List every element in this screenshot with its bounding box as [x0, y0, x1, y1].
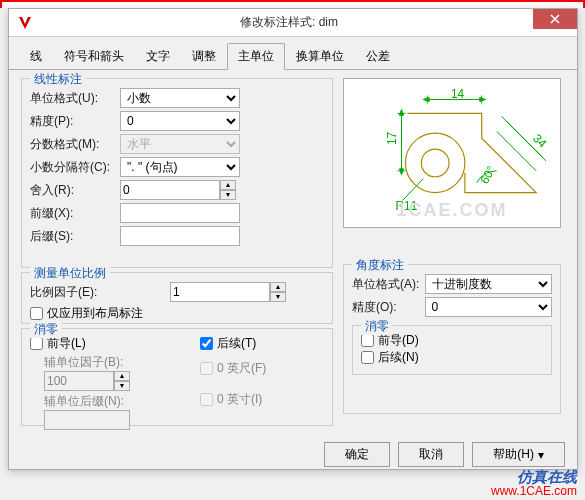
preview-pane: 14 17 34 60° R11 [343, 78, 561, 228]
spin-up-icon[interactable]: ▲ [270, 282, 286, 292]
fraction-format-label: 分数格式(M): [30, 136, 120, 153]
sub-factor-label: 辅单位因子(B): [44, 354, 170, 371]
chevron-down-icon: ▾ [538, 448, 544, 462]
tab-tolerances[interactable]: 公差 [355, 43, 401, 69]
ok-button[interactable]: 确定 [324, 442, 390, 467]
svg-text:R11: R11 [396, 199, 418, 213]
unit-format-label: 单位格式(U): [30, 90, 120, 107]
svg-text:14: 14 [451, 87, 465, 101]
angular-trailing-checkbox[interactable]: 后续(N) [361, 349, 543, 366]
tab-alternate-units[interactable]: 换算单位 [285, 43, 355, 69]
sub-suffix-label: 辅单位后缀(N): [44, 393, 170, 410]
angular-unit-select[interactable]: 十进制度数 [425, 274, 553, 294]
linear-dimensions-group: 线性标注 单位格式(U): 小数 精度(P): 0 分数格式(M): 水平 小数… [21, 78, 333, 268]
tab-primary-units[interactable]: 主单位 [227, 43, 285, 70]
page-watermark: 仿真在线 www.1CAE.com [491, 470, 577, 498]
linear-group-title: 线性标注 [30, 71, 86, 88]
decimal-sep-select[interactable]: ". " (句点) [120, 157, 240, 177]
dialog-title: 修改标注样式: dim [41, 14, 577, 31]
spin-down-icon[interactable]: ▼ [220, 190, 236, 200]
scale-factor-input[interactable] [170, 282, 270, 302]
trailing-checkbox[interactable]: 后续(T) [200, 335, 266, 352]
close-button[interactable] [533, 9, 577, 29]
spin-down-icon[interactable]: ▼ [270, 292, 286, 302]
roundoff-input[interactable] [120, 180, 220, 200]
spin-up-icon: ▲ [114, 371, 130, 381]
suffix-input[interactable] [120, 226, 240, 246]
unit-format-select[interactable]: 小数 [120, 88, 240, 108]
svg-text:60°: 60° [477, 163, 498, 186]
layout-only-checkbox[interactable]: 仅应用到布局标注 [30, 305, 324, 322]
angular-precision-select[interactable]: 0 [425, 297, 553, 317]
suffix-label: 后缀(S): [30, 228, 120, 245]
tab-lines[interactable]: 线 [19, 43, 53, 69]
zero-suppress-group: 消零 前导(L) 辅单位因子(B): ▲▼ 辅单位后缀(N): [21, 328, 333, 426]
sub-suffix-input [44, 410, 130, 430]
feet-checkbox: 0 英尺(F) [200, 360, 266, 377]
sub-factor-input [44, 371, 114, 391]
scale-group-title: 测量单位比例 [30, 265, 110, 282]
app-icon [15, 13, 35, 33]
tab-symbols-arrows[interactable]: 符号和箭头 [53, 43, 135, 69]
cancel-button[interactable]: 取消 [398, 442, 464, 467]
help-button[interactable]: 帮助(H) ▾ [472, 442, 565, 467]
fraction-format-select: 水平 [120, 134, 240, 154]
inches-checkbox: 0 英寸(I) [200, 391, 266, 408]
svg-point-6 [421, 149, 449, 177]
tab-fit[interactable]: 调整 [181, 43, 227, 69]
titlebar: 修改标注样式: dim [9, 9, 577, 37]
tab-text[interactable]: 文字 [135, 43, 181, 69]
spin-up-icon[interactable]: ▲ [220, 180, 236, 190]
spin-down-icon: ▼ [114, 381, 130, 391]
zero-group-title: 消零 [30, 321, 62, 338]
angular-group: 角度标注 单位格式(A): 十进制度数 精度(O): 0 消零 前导(D) 后续… [343, 264, 561, 414]
svg-text:17: 17 [385, 132, 399, 145]
prefix-label: 前缀(X): [30, 205, 120, 222]
tab-strip: 线 符号和箭头 文字 调整 主单位 换算单位 公差 [9, 37, 577, 70]
precision-select[interactable]: 0 [120, 111, 240, 131]
sub-factor-spinner: ▲▼ [44, 371, 170, 391]
angular-zero-title: 消零 [361, 318, 393, 335]
angular-zero-group: 消零 前导(D) 后续(N) [352, 325, 552, 375]
scale-factor-spinner[interactable]: ▲▼ [170, 282, 286, 302]
decimal-sep-label: 小数分隔符(C): [30, 159, 120, 176]
angular-precision-label: 精度(O): [352, 299, 425, 316]
measurement-scale-group: 测量单位比例 比例因子(E): ▲▼ 仅应用到布局标注 [21, 272, 333, 324]
prefix-input[interactable] [120, 203, 240, 223]
angular-group-title: 角度标注 [352, 257, 408, 274]
dialog-button-row: 确定 取消 帮助(H) ▾ [9, 436, 577, 473]
scale-factor-label: 比例因子(E): [30, 284, 130, 301]
roundoff-label: 舍入(R): [30, 182, 120, 199]
precision-label: 精度(P): [30, 113, 120, 130]
svg-point-5 [405, 133, 464, 192]
dimension-style-dialog: 修改标注样式: dim 线 符号和箭头 文字 调整 主单位 换算单位 公差 线性… [8, 8, 578, 470]
angular-unit-label: 单位格式(A): [352, 276, 425, 293]
roundoff-spinner[interactable]: ▲▼ [120, 180, 236, 200]
